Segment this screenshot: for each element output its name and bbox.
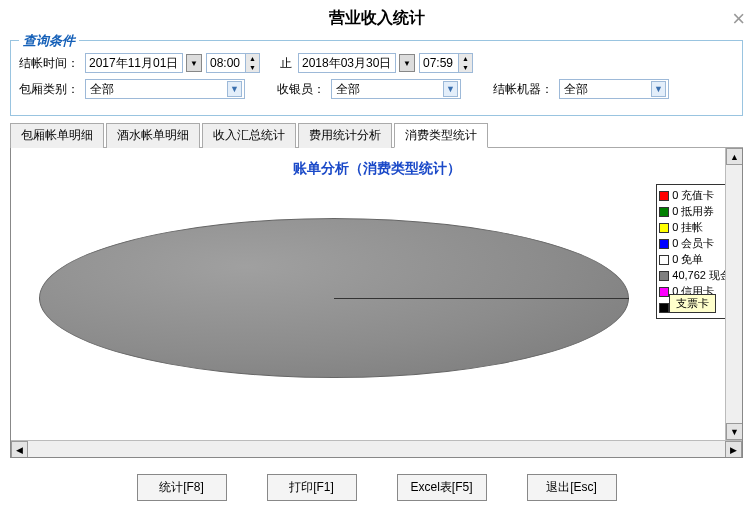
- time-label: 结帐时间：: [19, 55, 79, 72]
- legend-item: 0 挂帐: [659, 220, 731, 235]
- scroll-right-icon[interactable]: ▶: [725, 441, 742, 458]
- stat-button[interactable]: 统计[F8]: [137, 474, 227, 501]
- scroll-down-icon[interactable]: ▼: [726, 423, 743, 440]
- time-to-input[interactable]: ▲ ▼: [419, 53, 473, 73]
- button-bar: 统计[F8] 打印[F1] Excel表[F5] 退出[Esc]: [0, 474, 753, 501]
- legend-label: 40,762 现金: [672, 268, 731, 283]
- tab-income-summary[interactable]: 收入汇总统计: [202, 123, 296, 148]
- legend-item: 0 免单: [659, 252, 731, 267]
- room-type-select[interactable]: 全部 ▼: [85, 79, 245, 99]
- conditions-title: 查询条件: [19, 32, 79, 50]
- tab-consumption-type[interactable]: 消费类型统计: [394, 123, 488, 148]
- excel-button[interactable]: Excel表[F5]: [397, 474, 487, 501]
- chart-area: 账单分析（消费类型统计） 0 充值卡0 抵用券0 挂帐0 会员卡0 免单40,7…: [10, 148, 743, 458]
- chart-title: 账单分析（消费类型统计）: [11, 148, 742, 182]
- date-to-dropdown-icon[interactable]: ▼: [399, 54, 415, 72]
- cashier-label: 收银员：: [277, 81, 325, 98]
- legend-label: 0 会员卡: [672, 236, 714, 251]
- legend-item: 40,762 现金: [659, 268, 731, 283]
- to-label: 止: [280, 55, 292, 72]
- pie-slice-line: [334, 298, 629, 299]
- scroll-up-icon[interactable]: ▲: [726, 148, 743, 165]
- legend-item: 0 充值卡: [659, 188, 731, 203]
- time-from-field[interactable]: [207, 54, 245, 72]
- date-to-input[interactable]: 2018年03月30日: [298, 53, 396, 73]
- room-type-label: 包厢类别：: [19, 81, 79, 98]
- close-icon[interactable]: ×: [732, 6, 745, 32]
- tab-drink-bills[interactable]: 酒水帐单明细: [106, 123, 200, 148]
- spin-up-icon[interactable]: ▲: [459, 54, 472, 63]
- exit-button[interactable]: 退出[Esc]: [527, 474, 617, 501]
- row-time: 结帐时间： 2017年11月01日 ▼ ▲ ▼ 止 2018年03月30日 ▼ …: [19, 53, 734, 73]
- legend-label: 0 充值卡: [672, 188, 714, 203]
- time-from-input[interactable]: ▲ ▼: [206, 53, 260, 73]
- date-from-input[interactable]: 2017年11月01日: [85, 53, 183, 73]
- window-title: 营业收入统计: [329, 8, 425, 29]
- tab-bar: 包厢帐单明细 酒水帐单明细 收入汇总统计 费用统计分析 消费类型统计: [10, 122, 743, 148]
- legend-swatch: [659, 207, 669, 217]
- legend-swatch: [659, 287, 669, 297]
- horizontal-scrollbar[interactable]: ◀ ▶: [11, 440, 742, 457]
- time-to-field[interactable]: [420, 54, 458, 72]
- legend-swatch: [659, 303, 669, 313]
- spin-down-icon[interactable]: ▼: [246, 63, 259, 72]
- date-from-dropdown-icon[interactable]: ▼: [186, 54, 202, 72]
- chart-tooltip: 支票卡: [669, 294, 716, 313]
- legend-swatch: [659, 271, 669, 281]
- query-conditions-group: 查询条件 结帐时间： 2017年11月01日 ▼ ▲ ▼ 止 2018年03月3…: [10, 40, 743, 116]
- chevron-down-icon: ▼: [443, 81, 458, 97]
- legend-swatch: [659, 239, 669, 249]
- pie-chart: [39, 218, 629, 408]
- chevron-down-icon: ▼: [227, 81, 242, 97]
- machine-value: 全部: [564, 81, 588, 98]
- spin-down-icon[interactable]: ▼: [459, 63, 472, 72]
- chevron-down-icon: ▼: [651, 81, 666, 97]
- machine-label: 结帐机器：: [493, 81, 553, 98]
- legend-item: 0 抵用券: [659, 204, 731, 219]
- legend-swatch: [659, 255, 669, 265]
- legend-label: 0 挂帐: [672, 220, 703, 235]
- cashier-select[interactable]: 全部 ▼: [331, 79, 461, 99]
- legend-swatch: [659, 191, 669, 201]
- cashier-value: 全部: [336, 81, 360, 98]
- vertical-scrollbar[interactable]: ▲ ▼: [725, 148, 742, 440]
- legend-label: 0 抵用券: [672, 204, 714, 219]
- title-bar: 营业收入统计 ×: [0, 0, 753, 36]
- machine-select[interactable]: 全部 ▼: [559, 79, 669, 99]
- legend-item: 0 会员卡: [659, 236, 731, 251]
- spin-up-icon[interactable]: ▲: [246, 54, 259, 63]
- legend-label: 0 免单: [672, 252, 703, 267]
- scroll-left-icon[interactable]: ◀: [11, 441, 28, 458]
- tab-cost-analysis[interactable]: 费用统计分析: [298, 123, 392, 148]
- room-type-value: 全部: [90, 81, 114, 98]
- tab-room-bills[interactable]: 包厢帐单明细: [10, 123, 104, 148]
- row-filters: 包厢类别： 全部 ▼ 收银员： 全部 ▼ 结帐机器： 全部 ▼: [19, 79, 734, 99]
- print-button[interactable]: 打印[F1]: [267, 474, 357, 501]
- legend-swatch: [659, 223, 669, 233]
